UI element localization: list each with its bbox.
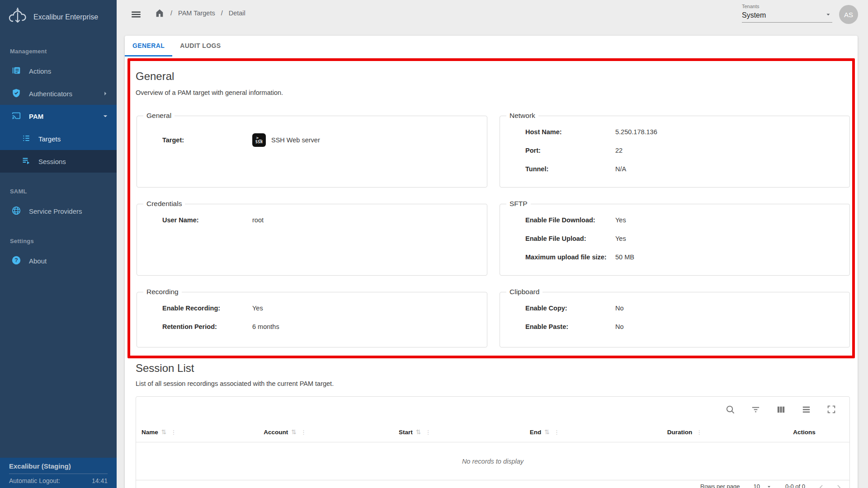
- chevron-down-icon: [101, 112, 109, 120]
- fieldset-credentials-legend: Credentials: [143, 200, 185, 208]
- column-header-start[interactable]: Start: [399, 429, 413, 436]
- help-icon: ?: [11, 255, 21, 267]
- rows-per-page-select[interactable]: 10: [753, 483, 771, 488]
- fieldset-network: Network Host Name:5.250.178.136 Port:22 …: [500, 112, 850, 188]
- tenants-label: Tenants: [742, 4, 832, 9]
- target-label: Target:: [162, 136, 252, 144]
- field-value: Yes: [615, 235, 626, 242]
- filter-icon[interactable]: [750, 404, 761, 415]
- field-value: No: [615, 323, 624, 330]
- previous-page-icon[interactable]: [817, 483, 826, 488]
- field-label: Enable Recording:: [162, 305, 252, 312]
- fieldset-credentials: Credentials User Name:root: [137, 200, 487, 276]
- fieldset-clipboard-legend: Clipboard: [506, 288, 542, 296]
- column-menu-icon[interactable]: ⋮: [301, 429, 307, 436]
- fullscreen-icon[interactable]: [826, 404, 837, 415]
- density-icon[interactable]: [801, 404, 811, 415]
- breadcrumb-separator: /: [170, 9, 172, 17]
- ssh-protocol-icon: >_ SSH: [252, 133, 266, 147]
- table-toolbar: [136, 397, 849, 422]
- section-label-management: Management: [10, 48, 47, 55]
- playlist-play-icon: [22, 156, 31, 167]
- column-header-name[interactable]: Name: [142, 429, 158, 436]
- cloud-sword-logo-icon: [7, 7, 28, 27]
- column-menu-icon[interactable]: ⋮: [171, 429, 177, 436]
- page-description: Overview of a PAM target with general in…: [136, 89, 283, 96]
- field-label: Retention Period:: [162, 323, 252, 330]
- column-header-duration[interactable]: Duration: [667, 429, 693, 436]
- next-page-icon[interactable]: [834, 483, 843, 488]
- fieldset-sftp: SFTP Enable File Download:Yes Enable Fil…: [500, 200, 850, 276]
- auto-logout-timer: 14:41: [92, 477, 108, 484]
- tab-general[interactable]: GENERAL: [125, 36, 172, 56]
- column-menu-icon[interactable]: ⋮: [696, 429, 702, 436]
- field-label: Enable File Upload:: [525, 235, 615, 242]
- sidebar-item-authenticators[interactable]: Authenticators: [0, 82, 117, 105]
- sidebar-item-actions[interactable]: Actions: [0, 60, 117, 82]
- field-label: Enable Copy:: [525, 305, 615, 312]
- main-content-card: GENERAL AUDIT LOGS General Overview of a…: [125, 36, 858, 488]
- sidebar-item-label: About: [29, 257, 47, 265]
- column-header-end[interactable]: End: [530, 429, 542, 436]
- field-label: User Name:: [162, 216, 252, 224]
- session-table: Name⇅⋮ Account⇅⋮ Start⇅⋮ End⇅⋮ Duration⋮…: [136, 396, 850, 488]
- empty-table-message: No records to display: [136, 442, 849, 480]
- table-pagination: Rows per page 10 0-0 of 0: [136, 480, 849, 488]
- sort-icon[interactable]: ⇅: [416, 428, 421, 436]
- home-icon[interactable]: [155, 8, 165, 18]
- field-value: root: [252, 216, 264, 224]
- field-value: N/A: [615, 165, 626, 173]
- sidebar-footer: Excalibur (Staging) Automatic Logout: 14…: [0, 458, 117, 488]
- fieldset-network-legend: Network: [506, 112, 538, 120]
- menu-toggle-button[interactable]: [130, 9, 142, 20]
- fieldset-recording: Recording Enable Recording:Yes Retention…: [137, 288, 487, 347]
- breadcrumb-pam-targets[interactable]: PAM Targets: [178, 9, 215, 17]
- column-menu-icon[interactable]: ⋮: [425, 429, 431, 436]
- user-avatar[interactable]: AS: [839, 5, 858, 24]
- tenants-select[interactable]: Tenants System: [742, 4, 832, 23]
- field-value: 50 MB: [615, 253, 634, 261]
- columns-icon[interactable]: [775, 404, 786, 415]
- sidebar-item-targets[interactable]: Targets: [0, 127, 117, 150]
- field-label: Host Name:: [525, 128, 615, 136]
- list-icon: [22, 134, 31, 144]
- fieldset-clipboard: Clipboard Enable Copy:No Enable Paste:No: [500, 288, 850, 347]
- sidebar-item-pam[interactable]: PAM: [0, 105, 117, 127]
- pagination-range: 0-0 of 0: [785, 483, 805, 488]
- field-value: Yes: [615, 216, 626, 224]
- app-title: Excalibur Enterprise: [33, 13, 98, 21]
- svg-text:?: ?: [14, 257, 18, 263]
- breadcrumb-separator: /: [221, 9, 223, 17]
- sort-icon[interactable]: ⇅: [544, 428, 550, 436]
- sidebar-item-label: Sessions: [38, 158, 66, 165]
- app-logo: Excalibur Enterprise: [7, 7, 98, 27]
- sidebar-item-sessions[interactable]: Sessions: [0, 150, 117, 173]
- tab-audit-logs[interactable]: AUDIT LOGS: [172, 36, 228, 56]
- sidebar-item-service-providers[interactable]: Service Providers: [0, 200, 117, 222]
- target-value: SSH Web server: [271, 136, 320, 144]
- search-icon[interactable]: [725, 404, 736, 415]
- column-header-account[interactable]: Account: [264, 429, 288, 436]
- sidebar-item-about[interactable]: ? About: [0, 249, 117, 272]
- sort-icon[interactable]: ⇅: [161, 428, 167, 436]
- fieldset-sftp-legend: SFTP: [506, 200, 531, 208]
- field-value: 5.250.178.136: [615, 128, 657, 136]
- breadcrumb-detail: Detail: [229, 9, 245, 17]
- feed-icon: [11, 66, 21, 77]
- sort-icon[interactable]: ⇅: [291, 428, 297, 436]
- column-header-actions: Actions: [793, 429, 816, 436]
- cast-icon: [11, 111, 21, 122]
- field-value: No: [615, 305, 624, 312]
- dropdown-arrow-icon: [825, 11, 831, 19]
- column-menu-icon[interactable]: ⋮: [554, 429, 560, 436]
- section-label-saml: SAML: [10, 188, 27, 195]
- sidebar-item-label: Targets: [38, 135, 61, 143]
- session-list-description: List of all session recordings associate…: [136, 380, 334, 387]
- tenant-value: System: [742, 11, 766, 19]
- sidebar-item-label: PAM: [29, 113, 43, 120]
- field-label: Enable File Download:: [525, 216, 615, 224]
- chevron-right-icon: [101, 89, 109, 98]
- sidebar: Excalibur Enterprise Management Actions …: [0, 0, 117, 488]
- sidebar-item-label: Service Providers: [29, 207, 82, 215]
- breadcrumb: / PAM Targets / Detail: [155, 8, 245, 18]
